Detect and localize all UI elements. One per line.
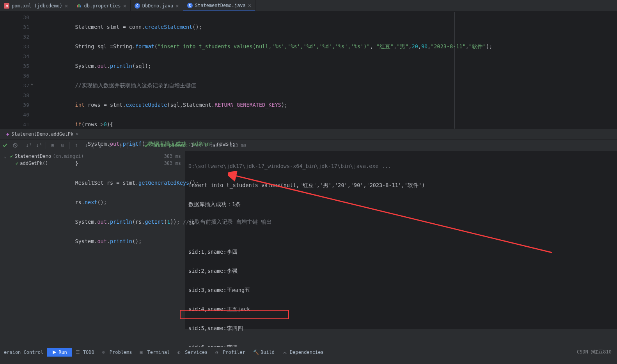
- close-icon[interactable]: ×: [248, 2, 251, 9]
- profiler-button[interactable]: ◔Profiler: [211, 350, 249, 355]
- maven-icon: m: [4, 3, 9, 9]
- close-icon[interactable]: ×: [176, 3, 179, 9]
- tab-pom[interactable]: m pom.xml (jdbcdemo) ×: [0, 0, 72, 11]
- java-class-icon: C: [135, 3, 140, 9]
- tab-dbprops[interactable]: db.properties ×: [72, 0, 130, 11]
- build-button[interactable]: 🔨Build: [249, 350, 278, 355]
- tab-label: DbDemo.java: [142, 3, 173, 9]
- java-class-icon: C: [187, 3, 193, 8]
- close-icon[interactable]: ×: [65, 3, 68, 9]
- sort-button[interactable]: ↓²: [24, 140, 34, 150]
- dependencies-button[interactable]: ⫘Dependencies: [278, 350, 328, 355]
- terminal-button[interactable]: ▣Terminal: [136, 350, 174, 355]
- todo-button[interactable]: ☰TODO: [72, 350, 98, 355]
- svg-rect-1: [78, 4, 80, 7]
- svg-rect-0: [77, 5, 78, 7]
- chevron-down-icon[interactable]: ⌄: [4, 154, 9, 159]
- tab-dbdemo[interactable]: C DbDemo.java ×: [131, 0, 183, 11]
- tab-label: db.properties: [84, 3, 121, 9]
- watermark: CSDN @红豆810: [577, 349, 612, 355]
- version-control-button[interactable]: ersion Control: [0, 350, 47, 355]
- tool-window-bar: ersion Control Run ☰TODO ⊘Problems ▣Term…: [0, 347, 617, 357]
- profiler-icon: ◔: [215, 350, 221, 355]
- svg-rect-2: [80, 5, 81, 7]
- warning-icon: ⊘: [102, 350, 108, 355]
- hammer-icon: 🔨: [253, 350, 259, 355]
- show-passed-button[interactable]: [0, 140, 10, 150]
- show-ignored-button[interactable]: [10, 140, 20, 150]
- annotation-box: [180, 310, 289, 319]
- check-icon: ✔: [10, 154, 13, 159]
- code-editor[interactable]: 303132 333435 36 37⌃ 38394041 Statement …: [0, 12, 617, 129]
- services-icon: ◐: [177, 350, 183, 355]
- play-icon: [52, 350, 57, 355]
- terminal-icon: ▣: [140, 350, 145, 355]
- run-button[interactable]: Run: [47, 348, 72, 357]
- line-gutter: 303132 333435 36 37⌃ 38394041: [0, 12, 37, 129]
- tab-label: pom.xml (jdbcdemo): [12, 3, 62, 9]
- check-icon: ✔: [16, 161, 18, 166]
- list-icon: ☰: [76, 350, 81, 355]
- fold-icon[interactable]: ⌃: [30, 81, 34, 90]
- close-icon[interactable]: ×: [123, 3, 126, 9]
- problems-button[interactable]: ⊘Problems: [98, 350, 136, 355]
- services-button[interactable]: ◐Services: [174, 350, 211, 355]
- tab-label: StatementDemo.java: [195, 3, 246, 8]
- code-area[interactable]: Statement stmt = conn.createStatement();…: [37, 12, 617, 129]
- tab-statementdemo[interactable]: C StatementDemo.java ×: [183, 0, 255, 11]
- deps-icon: ⫘: [282, 350, 288, 355]
- editor-tabs: m pom.xml (jdbcdemo) × db.properties × C…: [0, 0, 617, 12]
- status-bar: [0, 357, 617, 364]
- properties-icon: [76, 3, 82, 9]
- console-output[interactable]: D:\software\jdk17\jdk-17_windows-x64_bin…: [185, 151, 617, 329]
- method-icon: ◆: [6, 131, 9, 137]
